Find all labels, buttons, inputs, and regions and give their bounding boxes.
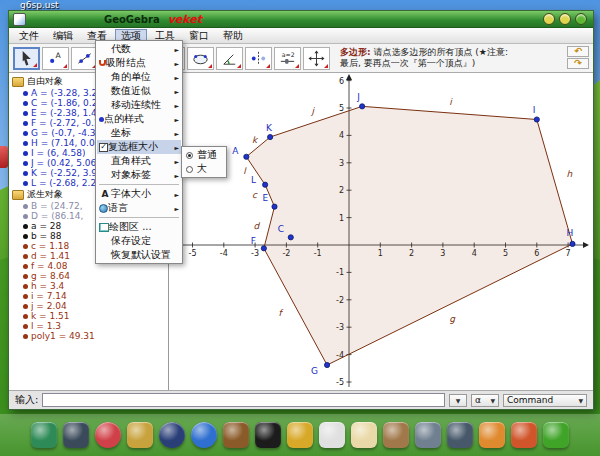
- submenu-arrow-icon: ►: [171, 46, 179, 53]
- object-bullet-icon: [23, 181, 28, 186]
- menubar-item-help[interactable]: 帮助: [217, 29, 249, 42]
- input-label: 输入:: [15, 393, 38, 407]
- dock-icon-browser[interactable]: [191, 422, 217, 448]
- options-menu-item[interactable]: 数值近似►: [97, 84, 181, 98]
- options-menu-item[interactable]: A字体大小►: [97, 187, 181, 201]
- dock-icon-mixer[interactable]: [415, 422, 441, 448]
- algebra-item[interactable]: g = 8.64: [9, 271, 168, 281]
- title-bar[interactable]: GeoGebra veket: [9, 11, 593, 28]
- dock-icon-image-viewer[interactable]: [319, 422, 345, 448]
- graph-canvas[interactable]: -5-4-3-2-11234567-5-4-3-2-1123456kjihgfd…: [169, 73, 591, 393]
- dock-icon-veket-logo[interactable]: [543, 422, 569, 448]
- options-menu-item[interactable]: 点的样式►: [97, 112, 181, 126]
- desktop-file-label[interactable]: g6sp.ust: [20, 0, 59, 10]
- algebra-item[interactable]: h = 3.4: [9, 281, 168, 291]
- menubar-item-edit[interactable]: 编辑: [47, 29, 79, 42]
- menu-item-label: 移动连续性: [111, 98, 171, 112]
- menubar-item-file[interactable]: 文件: [13, 29, 45, 42]
- graph-point-A[interactable]: [244, 154, 249, 159]
- options-menu-item[interactable]: ✓复选框大小►: [97, 140, 181, 154]
- move-cursor-icon: [17, 49, 36, 68]
- options-menu-item[interactable]: 移动连续性►: [97, 98, 181, 112]
- close-button[interactable]: [575, 13, 587, 25]
- options-menu-item[interactable]: 保存设定: [97, 234, 181, 248]
- algebra-item[interactable]: poly1 = 49.31: [9, 331, 168, 341]
- minimize-button[interactable]: [543, 13, 555, 25]
- options-menu-item[interactable]: 角的单位►: [97, 70, 181, 84]
- checkbox-size-option[interactable]: 大: [183, 162, 225, 176]
- options-menu-item[interactable]: 吸附结点►: [97, 56, 181, 70]
- dock-icon-archive[interactable]: [287, 422, 313, 448]
- globe-icon: [99, 204, 108, 213]
- options-menu-item[interactable]: 对象标签►: [97, 168, 181, 182]
- dock-icon-media-disc[interactable]: [159, 422, 185, 448]
- graph-point-F[interactable]: [261, 246, 266, 251]
- algebra-item[interactable]: k = 1.51: [9, 311, 168, 321]
- options-menu-item[interactable]: 恢复默认设置: [97, 248, 181, 262]
- polygon-poly1[interactable]: [246, 106, 572, 365]
- object-bullet-icon: [23, 214, 28, 219]
- reflect-mirror-icon: [249, 49, 268, 68]
- tool-angle-button[interactable]: [216, 47, 243, 70]
- dock-icon-text-editor[interactable]: [351, 422, 377, 448]
- graph-point-I[interactable]: [534, 117, 539, 122]
- graph-point-L[interactable]: [263, 182, 268, 187]
- menu-item-label: 直角样式: [111, 154, 171, 168]
- redo-button[interactable]: ↷: [567, 58, 589, 69]
- checkbox-size-option[interactable]: 普通: [183, 148, 225, 162]
- desktop-icon-partial[interactable]: [0, 146, 8, 168]
- new-point-icon: A: [46, 49, 65, 68]
- options-menu-item[interactable]: 代数►: [97, 42, 181, 56]
- dock-icon-penguin[interactable]: [255, 422, 281, 448]
- greek-letter-dropdown[interactable]: α ▼: [471, 394, 499, 407]
- dock-icon-file-manager[interactable]: [127, 422, 153, 448]
- dock-icon-fruit[interactable]: [511, 422, 537, 448]
- options-menu-item[interactable]: 绘图区 ...: [97, 220, 181, 234]
- graph-point-J[interactable]: [360, 104, 365, 109]
- menubar-item-window[interactable]: 窗口: [183, 29, 215, 42]
- tool-reflect-button[interactable]: [245, 47, 272, 70]
- graph-point-E[interactable]: [272, 204, 277, 209]
- tool-move-view-button[interactable]: [303, 47, 330, 70]
- graph-point-C[interactable]: [288, 235, 293, 240]
- object-bullet-icon: [23, 171, 28, 176]
- dock-icon-camera[interactable]: [447, 422, 473, 448]
- tool-point-button[interactable]: A: [42, 47, 69, 70]
- tool-line-button[interactable]: [71, 47, 98, 70]
- dock-icon-display[interactable]: [31, 422, 57, 448]
- algebra-item[interactable]: l = 1.3: [9, 321, 168, 331]
- object-bullet-icon: [23, 324, 28, 329]
- dock-icon-computer[interactable]: [63, 422, 89, 448]
- y-tick-label: 6: [339, 77, 344, 86]
- options-menu-popup: 代数►吸附结点►角的单位►数值近似►移动连续性►点的样式►坐标►✓复选框大小►直…: [95, 40, 183, 264]
- dock-icon-package[interactable]: [383, 422, 409, 448]
- menu-item-label: 吸附结点: [106, 56, 171, 70]
- graph-point-K[interactable]: [268, 134, 273, 139]
- folder-icon: [12, 190, 24, 200]
- tool-ellipse-button[interactable]: [187, 47, 214, 70]
- undo-button[interactable]: ↶: [567, 46, 589, 57]
- blank-icon: [99, 44, 111, 54]
- font-icon: A: [99, 189, 111, 199]
- graph-point-G[interactable]: [324, 362, 329, 367]
- menu-item-label: 字体大小: [111, 187, 171, 201]
- algebra-item[interactable]: j = 2.04: [9, 301, 168, 311]
- options-menu-item[interactable]: 直角样式►: [97, 154, 181, 168]
- object-text: d = 1.41: [31, 251, 70, 261]
- dock-icon-piggy-bank[interactable]: [95, 422, 121, 448]
- graphics-view[interactable]: -5-4-3-2-11234567-5-4-3-2-1123456kjihgfd…: [169, 73, 593, 390]
- tool-move-button[interactable]: [13, 47, 40, 70]
- command-input[interactable]: [42, 393, 445, 407]
- object-bullet-icon: [23, 224, 28, 229]
- tool-slider-button[interactable]: a=2: [274, 47, 301, 70]
- algebra-item[interactable]: i = 7.14: [9, 291, 168, 301]
- options-menu-item[interactable]: 语言►: [97, 201, 181, 215]
- command-list-dropdown[interactable]: Command ▼: [503, 394, 587, 407]
- maximize-button[interactable]: [559, 13, 571, 25]
- graph-point-H[interactable]: [570, 241, 575, 246]
- options-menu-item[interactable]: 坐标►: [97, 126, 181, 140]
- symbol-dropdown[interactable]: ▼: [449, 394, 467, 407]
- x-tick-label: -5: [189, 249, 197, 258]
- dock-icon-music[interactable]: [223, 422, 249, 448]
- dock-icon-games[interactable]: [479, 422, 505, 448]
